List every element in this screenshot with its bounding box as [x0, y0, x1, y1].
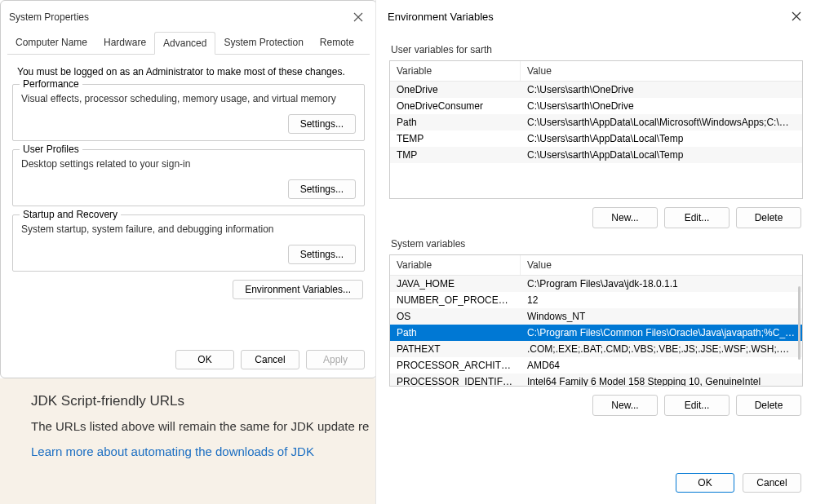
- cell-variable: TEMP: [390, 130, 521, 147]
- cell-value: C:\Users\sarth\OneDrive: [521, 98, 802, 114]
- table-row[interactable]: OneDriveConsumerC:\Users\sarth\OneDrive: [390, 98, 802, 114]
- user-vars-label: User variables for sarth: [391, 44, 803, 55]
- cell-value: C:\Users\sarth\AppData\Local\Microsoft\W…: [521, 114, 802, 130]
- user-profiles-group: User Profiles Desktop settings related t…: [12, 149, 365, 206]
- col-header-value[interactable]: Value: [521, 61, 802, 81]
- cell-variable: PATHEXT: [390, 341, 521, 357]
- bg-heading: JDK Script-friendly URLs: [31, 393, 426, 409]
- cell-variable: Path: [390, 114, 521, 130]
- performance-desc: Visual effects, processor scheduling, me…: [21, 93, 356, 104]
- env-title: Environment Variables: [388, 11, 494, 23]
- cell-value: C:\Users\sarth\AppData\Local\Temp: [521, 130, 802, 147]
- sys-vars-label: System variables: [391, 238, 803, 250]
- user-profiles-settings-button[interactable]: Settings...: [288, 179, 356, 199]
- table-row[interactable]: PathC:\Users\sarth\AppData\Local\Microso…: [390, 114, 802, 130]
- table-row[interactable]: TEMPC:\Users\sarth\AppData\Local\Temp: [390, 130, 802, 147]
- user-vars-table[interactable]: Variable Value OneDriveC:\Users\sarth\On…: [389, 60, 803, 199]
- cell-variable: OneDriveConsumer: [390, 98, 521, 114]
- tab-remote[interactable]: Remote: [312, 32, 362, 54]
- user-profiles-desc: Desktop settings related to your sign-in: [21, 158, 356, 170]
- cell-variable: PROCESSOR_IDENTIFIER: [390, 374, 521, 387]
- col-header-variable[interactable]: Variable: [390, 255, 521, 275]
- sysprop-title: System Properties: [9, 11, 89, 23]
- sysprop-cancel-button[interactable]: Cancel: [241, 350, 299, 369]
- table-row[interactable]: OSWindows_NT: [390, 308, 802, 325]
- cell-variable: Path: [390, 325, 521, 341]
- startup-legend: Startup and Recovery: [20, 209, 121, 220]
- table-row[interactable]: PATHEXT.COM;.EXE;.BAT;.CMD;.VBS;.VBE;.JS…: [390, 341, 802, 357]
- user-edit-button[interactable]: Edit...: [664, 207, 730, 228]
- cell-value: Windows_NT: [521, 308, 802, 325]
- table-row[interactable]: PROCESSOR_ARCHITECTU...AMD64: [390, 357, 802, 374]
- env-ok-button[interactable]: OK: [676, 473, 734, 493]
- close-icon[interactable]: [787, 7, 806, 26]
- table-row[interactable]: PathC:\Program Files\Common Files\Oracle…: [390, 325, 802, 341]
- tab-advanced[interactable]: Advanced: [154, 32, 215, 55]
- environment-variables-button[interactable]: Environment Variables...: [233, 280, 363, 299]
- performance-group: Performance Visual effects, processor sc…: [12, 84, 365, 141]
- scrollbar-thumb[interactable]: [798, 286, 800, 360]
- sys-delete-button[interactable]: Delete: [736, 395, 801, 416]
- table-row[interactable]: PROCESSOR_IDENTIFIERIntel64 Family 6 Mod…: [390, 374, 802, 387]
- env-cancel-button[interactable]: Cancel: [743, 473, 801, 493]
- user-delete-button[interactable]: Delete: [736, 207, 801, 228]
- cell-value: .COM;.EXE;.BAT;.CMD;.VBS;.VBE;.JS;.JSE;.…: [521, 341, 802, 357]
- cell-value: Intel64 Family 6 Model 158 Stepping 10, …: [521, 374, 802, 387]
- tab-system-protection[interactable]: System Protection: [215, 32, 311, 54]
- table-row[interactable]: NUMBER_OF_PROCESSORS12: [390, 292, 802, 308]
- cell-value: C:\Program Files\Java\jdk-18.0.1.1: [521, 276, 802, 292]
- sys-edit-button[interactable]: Edit...: [664, 395, 730, 416]
- performance-legend: Performance: [20, 78, 82, 90]
- close-icon[interactable]: [348, 7, 368, 27]
- user-new-button[interactable]: New...: [592, 207, 658, 228]
- sysprop-tabs: Computer Name Hardware Advanced System P…: [7, 32, 370, 55]
- table-row[interactable]: TMPC:\Users\sarth\AppData\Local\Temp: [390, 147, 802, 163]
- sysprop-apply-button[interactable]: Apply: [306, 350, 365, 369]
- sys-new-button[interactable]: New...: [592, 395, 658, 416]
- cell-value: AMD64: [521, 357, 802, 374]
- cell-variable: NUMBER_OF_PROCESSORS: [390, 292, 521, 308]
- bg-text: The URLs listed above will remain the sa…: [31, 419, 426, 433]
- bg-link[interactable]: Learn more about automating the download…: [31, 444, 426, 458]
- system-properties-dialog: System Properties Computer Name Hardware…: [0, 0, 377, 378]
- sysprop-ok-button[interactable]: OK: [175, 350, 234, 369]
- cell-variable: OS: [390, 308, 521, 325]
- admin-note: You must be logged on as an Administrato…: [17, 66, 365, 77]
- cell-variable: TMP: [390, 147, 521, 163]
- table-row[interactable]: JAVA_HOMEC:\Program Files\Java\jdk-18.0.…: [390, 276, 802, 292]
- environment-variables-dialog: Environment Variables User variables for…: [375, 0, 816, 504]
- cell-value: C:\Program Files\Common Files\Oracle\Jav…: [521, 325, 802, 341]
- col-header-variable[interactable]: Variable: [390, 61, 521, 81]
- user-profiles-legend: User Profiles: [20, 144, 82, 155]
- startup-recovery-group: Startup and Recovery System startup, sys…: [12, 214, 365, 272]
- startup-desc: System startup, system failure, and debu…: [21, 223, 356, 235]
- table-row[interactable]: OneDriveC:\Users\sarth\OneDrive: [390, 82, 802, 98]
- cell-value: C:\Users\sarth\OneDrive: [521, 82, 802, 98]
- performance-settings-button[interactable]: Settings...: [288, 114, 356, 134]
- cell-variable: PROCESSOR_ARCHITECTU...: [390, 357, 521, 374]
- startup-settings-button[interactable]: Settings...: [288, 245, 356, 264]
- tab-computer-name[interactable]: Computer Name: [7, 32, 95, 54]
- cell-variable: OneDrive: [390, 82, 521, 98]
- tab-hardware[interactable]: Hardware: [95, 32, 154, 54]
- cell-value: C:\Users\sarth\AppData\Local\Temp: [521, 147, 802, 163]
- sys-vars-table[interactable]: Variable Value JAVA_HOMEC:\Program Files…: [389, 254, 803, 387]
- cell-variable: JAVA_HOME: [390, 276, 521, 292]
- cell-value: 12: [521, 292, 802, 308]
- col-header-value[interactable]: Value: [521, 255, 802, 275]
